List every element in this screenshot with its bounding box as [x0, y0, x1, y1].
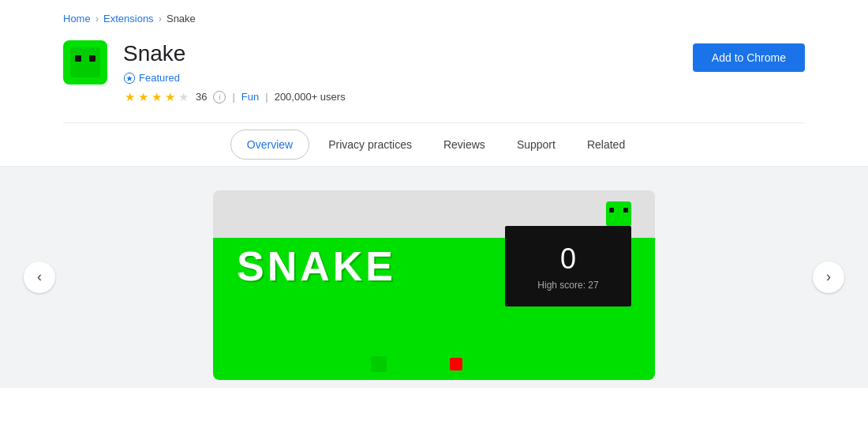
star-5: ★ — [177, 91, 189, 103]
game-green-area: SNAKE 0 High score: 27 — [213, 238, 655, 380]
ratings-row: ★ ★ ★ ★ ★ 36 i | Fun | 200,000+ users — [123, 91, 346, 103]
carousel-prev-button[interactable]: ‹ — [24, 261, 55, 293]
star-rating: ★ ★ ★ ★ ★ — [123, 91, 189, 103]
snake-eye-sm-left — [609, 208, 614, 212]
tab-overview[interactable]: Overview — [230, 130, 309, 160]
breadcrumb-sep2: › — [159, 13, 162, 24]
star-2: ★ — [137, 91, 149, 103]
category-tag[interactable]: Fun — [241, 91, 259, 103]
snake-eye-right — [89, 55, 95, 62]
nav-tabs: Overview Privacy practices Reviews Suppo… — [0, 123, 868, 167]
header-left: Snake Featured ★ ★ ★ ★ ★ — [63, 40, 346, 103]
divider-dot2: | — [265, 91, 268, 103]
extension-name: Snake — [123, 40, 346, 67]
snake-icon-face — [70, 47, 100, 77]
star-3: ★ — [150, 91, 163, 103]
snake-game-title: SNAKE — [213, 246, 396, 287]
tab-related[interactable]: Related — [571, 126, 641, 164]
breadcrumb-home[interactable]: Home — [63, 13, 91, 24]
score-number: 0 — [560, 245, 576, 273]
add-to-chrome-button[interactable]: Add to Chrome — [693, 43, 805, 72]
snake-body-piece — [371, 356, 387, 372]
snake-food-item — [450, 358, 462, 370]
extension-header: Snake Featured ★ ★ ★ ★ ★ — [0, 34, 868, 122]
breadcrumb-current: Snake — [166, 13, 196, 24]
tab-reviews[interactable]: Reviews — [428, 126, 501, 164]
divider-dot: | — [232, 91, 234, 103]
tab-privacy[interactable]: Privacy practices — [312, 126, 428, 164]
carousel-next-button[interactable]: › — [813, 261, 844, 293]
breadcrumb-sep1: › — [95, 13, 99, 24]
featured-label: Featured — [139, 72, 180, 84]
screenshot-container: SNAKE 0 High score: 27 — [213, 190, 655, 380]
info-icon[interactable]: i — [213, 91, 226, 103]
featured-badge: Featured — [123, 72, 346, 85]
breadcrumb: Home › Extensions › Snake — [0, 0, 868, 34]
star-1: ★ — [123, 91, 136, 103]
users-count: 200,000+ users — [275, 91, 346, 103]
snake-icon-small — [606, 201, 631, 227]
extension-icon — [63, 40, 107, 85]
breadcrumb-extensions[interactable]: Extensions — [103, 13, 154, 24]
featured-icon — [123, 72, 136, 85]
game-preview: SNAKE 0 High score: 27 — [213, 190, 655, 380]
rating-count: 36 — [196, 91, 207, 103]
content-area: ‹ SNAKE 0 High score: 27 — [0, 167, 868, 388]
tab-support[interactable]: Support — [501, 126, 571, 164]
snake-eye-sm-right — [623, 208, 628, 212]
extension-info: Snake Featured ★ ★ ★ ★ ★ — [123, 40, 346, 103]
star-4: ★ — [163, 91, 176, 103]
score-overlay: 0 High score: 27 — [505, 226, 631, 306]
snake-eye-left — [75, 55, 81, 62]
high-score-label: High score: 27 — [537, 280, 598, 291]
